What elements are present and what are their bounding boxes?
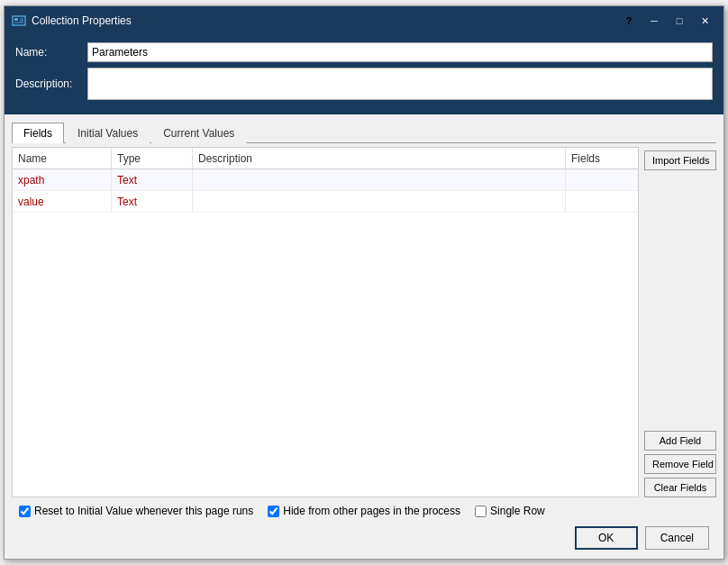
remove-field-button[interactable]: Remove Field: [644, 454, 716, 474]
svg-rect-1: [14, 18, 18, 21]
checkbox-hide-pages-input[interactable]: [268, 506, 279, 517]
table-and-buttons: Name Type Description Fields xpath Text: [12, 147, 716, 497]
name-input[interactable]: [87, 42, 713, 62]
name-label: Name:: [15, 46, 87, 59]
col-header-fields: Fields: [566, 148, 638, 169]
content-area: Fields Initial Values Current Values Nam…: [5, 114, 723, 559]
collection-properties-dialog: Collection Properties ? ─ □ ✕ Name: Desc…: [4, 5, 724, 560]
cell-type-0: Text: [112, 169, 193, 190]
import-fields-button[interactable]: Import Fields: [644, 150, 716, 170]
cell-fields-0: [566, 169, 638, 190]
cancel-button[interactable]: Cancel: [645, 526, 709, 550]
cell-desc-0: [193, 169, 566, 190]
description-label: Description:: [15, 77, 87, 90]
close-button[interactable]: ✕: [693, 12, 716, 30]
side-buttons: Import Fields Add Field Remove Field Cle…: [644, 147, 716, 497]
cell-desc-1: [193, 191, 566, 212]
checkboxes-row: Reset to Initial Value whenever this pag…: [19, 505, 709, 517]
bottom-area: Reset to Initial Value whenever this pag…: [12, 497, 716, 559]
help-button[interactable]: ?: [617, 12, 641, 30]
minimize-button[interactable]: ─: [642, 12, 666, 30]
cell-type-1: Text: [112, 191, 193, 212]
form-area: Name: Description:: [5, 35, 723, 114]
table-row[interactable]: xpath Text: [13, 169, 638, 191]
checkbox-hide-pages-label: Hide from other pages in the process: [283, 505, 460, 517]
table-body: xpath Text value Text: [13, 169, 638, 497]
fields-table: Name Type Description Fields xpath Text: [12, 147, 639, 497]
add-field-button[interactable]: Add Field: [644, 431, 716, 451]
dialog-icon: [12, 14, 26, 28]
checkbox-reset-initial-label: Reset to Initial Value whenever this pag…: [34, 505, 253, 517]
clear-fields-button[interactable]: Clear Fields: [644, 478, 716, 497]
checkbox-single-row-input[interactable]: [475, 506, 487, 517]
cell-name-1: value: [13, 191, 112, 212]
checkbox-hide-pages[interactable]: Hide from other pages in the process: [268, 505, 460, 517]
ok-button[interactable]: OK: [575, 526, 638, 550]
checkbox-reset-initial[interactable]: Reset to Initial Value whenever this pag…: [19, 505, 253, 517]
col-header-name: Name: [13, 148, 112, 169]
dialog-buttons: OK Cancel: [19, 523, 709, 551]
cell-fields-1: [566, 191, 638, 212]
table-row[interactable]: value Text: [13, 191, 638, 213]
checkbox-reset-initial-input[interactable]: [19, 506, 31, 517]
tabs-bar: Fields Initial Values Current Values: [12, 122, 716, 143]
title-bar-controls: ? ─ □ ✕: [617, 12, 716, 30]
cell-name-0: xpath: [13, 169, 112, 190]
description-input[interactable]: [87, 68, 713, 100]
dialog-title: Collection Properties: [32, 14, 617, 27]
col-header-description: Description: [193, 148, 566, 169]
tab-current-values[interactable]: Current Values: [151, 123, 246, 143]
table-header: Name Type Description Fields: [13, 148, 638, 169]
tab-initial-values[interactable]: Initial Values: [66, 123, 150, 143]
col-header-type: Type: [112, 148, 193, 169]
button-spacer: [644, 174, 716, 427]
checkbox-single-row-label: Single Row: [490, 505, 545, 517]
maximize-button[interactable]: □: [668, 12, 691, 30]
description-row: Description:: [15, 68, 713, 100]
title-bar: Collection Properties ? ─ □ ✕: [5, 6, 723, 35]
checkbox-single-row[interactable]: Single Row: [475, 505, 545, 517]
tab-panel-fields: Name Type Description Fields xpath Text: [12, 143, 716, 497]
tab-fields[interactable]: Fields: [12, 123, 64, 143]
name-row: Name:: [15, 42, 713, 62]
